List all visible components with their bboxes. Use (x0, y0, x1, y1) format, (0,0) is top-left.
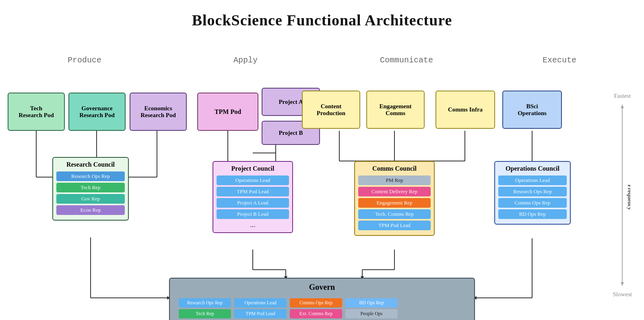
tech-research-pod: Tech Research Pod (8, 93, 65, 131)
bsci-operations: BSci Operations (502, 91, 562, 129)
rc-item-1: Tech Rep (56, 183, 125, 192)
oc-item-3: BD Ops Rep (498, 209, 567, 219)
gov-c4-1: People Ops (345, 309, 398, 318)
project-council: Project Council Operations Lead TPM Pod … (213, 161, 293, 233)
govern-col3: Comms Ops Rep Ext. Comms Rep Marketing R… (290, 298, 342, 320)
svg-marker-33 (621, 104, 624, 108)
oc-item-0: Operations Lead (498, 175, 567, 185)
comms-council: Comms Council PM Rep Content Delivery Re… (354, 161, 435, 236)
comms-council-title: Comms Council (358, 165, 431, 172)
pc-item-3: Project B Lead (217, 209, 289, 219)
section-communicate: Communicate (322, 56, 491, 65)
gov-c1-0: Research Ops Rep (179, 298, 231, 308)
gov-c2-0: Operations Lead (234, 298, 287, 308)
rc-item-2: Gov Rep (56, 194, 125, 204)
project-council-title: Project Council (217, 165, 289, 172)
rc-item-0: Research Ops Rep (56, 171, 125, 181)
operations-council-title: Operations Council (498, 165, 567, 172)
gov-c1-1: Tech Rep (179, 309, 231, 318)
pc-dots: ... (217, 221, 289, 229)
economics-research-pod: Economics Research Pod (130, 93, 187, 131)
research-council-title: Research Council (56, 161, 125, 168)
pc-item-2: Project A Lead (217, 198, 289, 208)
cc-item-1: Content Delivery Rep (358, 187, 431, 196)
svg-text:Frequency: Frequency (627, 184, 630, 210)
comms-infra: Comms Infra (436, 91, 495, 129)
fastest-label: Fastest (614, 93, 631, 99)
gov-c4-0: BD Ops Rep (345, 298, 398, 308)
gov-c3-1: Ext. Comms Rep (290, 309, 342, 318)
govern-box: Govern Research Ops Rep Tech Rep Gov Rep… (169, 278, 475, 320)
oc-item-1: Research Ops Rep (498, 187, 567, 196)
govern-col1: Research Ops Rep Tech Rep Gov Rep Econ R… (179, 298, 231, 320)
cc-item-3: Tech. Comms Rep (358, 209, 431, 219)
frequency-axis: Fastest Frequency Slowest (613, 93, 632, 320)
cc-item-0: PM Rep (358, 175, 431, 185)
engagement-comms: Engagement Comms (366, 91, 425, 129)
content-production: Content Production (302, 91, 360, 129)
pc-item-0: Operations Lead (217, 175, 289, 185)
govern-title: Govern (175, 283, 469, 292)
slowest-label: Slowest (613, 291, 632, 298)
cc-item-4: TPM Pod Lead (358, 221, 431, 230)
rc-item-3: Econ Rep (56, 205, 125, 215)
cc-item-2: Engagement Rep (358, 198, 431, 208)
governance-research-pod: Governance Research Pod (68, 93, 126, 131)
research-council: Research Council Research Ops Rep Tech R… (52, 157, 129, 221)
gov-c3-0: Comms Ops Rep (290, 298, 342, 308)
govern-col2: Operations Lead TPM Pod Lead Project A L… (234, 298, 287, 320)
gov-c2-1: TPM Pod Lead (234, 309, 287, 318)
tpm-pod: TPM Pod (197, 93, 258, 131)
govern-col4: BD Ops Rep People Ops (345, 298, 398, 320)
section-apply: Apply (169, 56, 322, 65)
section-execute: Execute (491, 56, 628, 65)
oc-item-2: Comms Ops Rep (498, 198, 567, 208)
pc-item-1: TPM Pod Lead (217, 187, 289, 196)
section-produce: Produce (0, 56, 169, 65)
operations-council: Operations Council Operations Lead Resea… (494, 161, 571, 225)
svg-marker-34 (621, 282, 624, 286)
page-title: BlockScience Functional Architecture (0, 0, 644, 29)
